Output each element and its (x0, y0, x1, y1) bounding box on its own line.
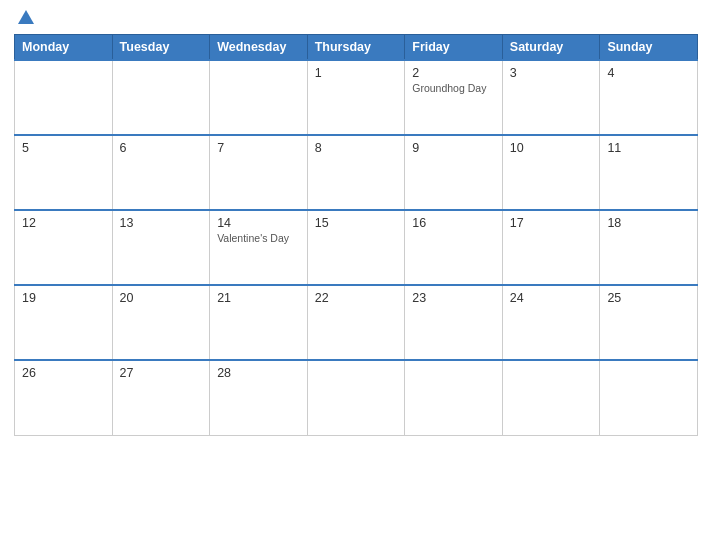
day-number: 25 (607, 291, 690, 305)
day-number: 1 (315, 66, 398, 80)
calendar-page: MondayTuesdayWednesdayThursdayFridaySatu… (0, 0, 712, 550)
calendar-cell: 15 (307, 210, 405, 285)
day-header-friday: Friday (405, 35, 503, 61)
day-number: 21 (217, 291, 300, 305)
calendar-cell: 3 (502, 60, 600, 135)
day-number: 13 (120, 216, 203, 230)
calendar-cell (502, 360, 600, 435)
day-number: 26 (22, 366, 105, 380)
day-number: 12 (22, 216, 105, 230)
event-label: Groundhog Day (412, 82, 495, 94)
day-header-wednesday: Wednesday (210, 35, 308, 61)
calendar-cell: 21 (210, 285, 308, 360)
day-number: 20 (120, 291, 203, 305)
day-number: 14 (217, 216, 300, 230)
day-number: 7 (217, 141, 300, 155)
calendar-cell (112, 60, 210, 135)
calendar-cell: 18 (600, 210, 698, 285)
day-number: 11 (607, 141, 690, 155)
calendar-cell: 8 (307, 135, 405, 210)
day-number: 19 (22, 291, 105, 305)
calendar-cell: 22 (307, 285, 405, 360)
day-number: 24 (510, 291, 593, 305)
calendar-cell: 12 (15, 210, 113, 285)
calendar-cell: 16 (405, 210, 503, 285)
calendar-week-1: 12Groundhog Day34 (15, 60, 698, 135)
day-number: 28 (217, 366, 300, 380)
day-number: 3 (510, 66, 593, 80)
day-number: 16 (412, 216, 495, 230)
calendar-cell (210, 60, 308, 135)
calendar-cell: 25 (600, 285, 698, 360)
calendar-cell: 20 (112, 285, 210, 360)
day-number: 18 (607, 216, 690, 230)
calendar-cell: 26 (15, 360, 113, 435)
calendar-cell (405, 360, 503, 435)
day-header-monday: Monday (15, 35, 113, 61)
calendar-week-2: 567891011 (15, 135, 698, 210)
calendar-cell: 9 (405, 135, 503, 210)
day-number: 5 (22, 141, 105, 155)
day-number: 9 (412, 141, 495, 155)
calendar-cell: 17 (502, 210, 600, 285)
calendar-cell: 11 (600, 135, 698, 210)
calendar-cell: 4 (600, 60, 698, 135)
calendar-cell: 19 (15, 285, 113, 360)
day-number: 10 (510, 141, 593, 155)
calendar-cell: 24 (502, 285, 600, 360)
calendar-cell: 13 (112, 210, 210, 285)
calendar-cell: 14Valentine's Day (210, 210, 308, 285)
calendar-week-5: 262728 (15, 360, 698, 435)
logo (14, 10, 34, 26)
day-number: 15 (315, 216, 398, 230)
header (14, 10, 698, 26)
calendar-cell (15, 60, 113, 135)
calendar-cell: 5 (15, 135, 113, 210)
logo-triangle-icon (18, 10, 34, 24)
day-number: 8 (315, 141, 398, 155)
calendar-cell (600, 360, 698, 435)
calendar-body: 12Groundhog Day34567891011121314Valentin… (15, 60, 698, 435)
calendar-cell: 6 (112, 135, 210, 210)
calendar-cell: 28 (210, 360, 308, 435)
event-label: Valentine's Day (217, 232, 300, 244)
day-number: 22 (315, 291, 398, 305)
day-number: 2 (412, 66, 495, 80)
calendar-cell: 7 (210, 135, 308, 210)
day-number: 27 (120, 366, 203, 380)
calendar-week-3: 121314Valentine's Day15161718 (15, 210, 698, 285)
day-number: 4 (607, 66, 690, 80)
calendar-header: MondayTuesdayWednesdayThursdayFridaySatu… (15, 35, 698, 61)
calendar-cell: 1 (307, 60, 405, 135)
day-header-thursday: Thursday (307, 35, 405, 61)
calendar-table: MondayTuesdayWednesdayThursdayFridaySatu… (14, 34, 698, 436)
calendar-cell: 23 (405, 285, 503, 360)
day-number: 6 (120, 141, 203, 155)
day-header-tuesday: Tuesday (112, 35, 210, 61)
calendar-week-4: 19202122232425 (15, 285, 698, 360)
calendar-cell: 2Groundhog Day (405, 60, 503, 135)
calendar-cell: 27 (112, 360, 210, 435)
calendar-cell (307, 360, 405, 435)
day-header-sunday: Sunday (600, 35, 698, 61)
day-header-saturday: Saturday (502, 35, 600, 61)
day-number: 17 (510, 216, 593, 230)
days-of-week-row: MondayTuesdayWednesdayThursdayFridaySatu… (15, 35, 698, 61)
calendar-cell: 10 (502, 135, 600, 210)
day-number: 23 (412, 291, 495, 305)
